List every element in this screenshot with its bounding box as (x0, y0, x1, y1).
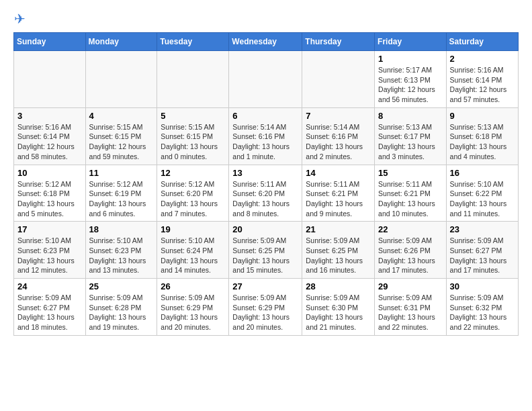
calendar-cell: 9Sunrise: 5:13 AM Sunset: 6:18 PM Daylig… (446, 107, 518, 165)
calendar-cell: 5Sunrise: 5:15 AM Sunset: 6:15 PM Daylig… (157, 107, 229, 165)
day-info: Sunrise: 5:09 AM Sunset: 6:27 PM Dayligh… (450, 236, 515, 275)
day-number: 5 (161, 111, 225, 121)
calendar-cell: 21Sunrise: 5:09 AM Sunset: 6:25 PM Dayli… (302, 222, 375, 279)
day-info: Sunrise: 5:09 AM Sunset: 6:26 PM Dayligh… (378, 236, 443, 275)
calendar-cell: 18Sunrise: 5:10 AM Sunset: 6:23 PM Dayli… (85, 222, 157, 279)
day-info: Sunrise: 5:10 AM Sunset: 6:23 PM Dayligh… (17, 236, 82, 275)
day-number: 17 (17, 224, 82, 234)
calendar-cell (14, 51, 86, 108)
day-number: 15 (378, 168, 443, 178)
day-info: Sunrise: 5:12 AM Sunset: 6:20 PM Dayligh… (161, 179, 225, 219)
calendar-cell: 19Sunrise: 5:10 AM Sunset: 6:24 PM Dayli… (157, 222, 229, 279)
calendar-cell: 8Sunrise: 5:13 AM Sunset: 6:17 PM Daylig… (375, 107, 447, 165)
calendar-cell: 30Sunrise: 5:09 AM Sunset: 6:32 PM Dayli… (446, 279, 518, 336)
day-number: 20 (232, 224, 298, 234)
day-info: Sunrise: 5:14 AM Sunset: 6:16 PM Dayligh… (232, 122, 298, 162)
day-info: Sunrise: 5:15 AM Sunset: 6:15 PM Dayligh… (161, 122, 225, 162)
calendar-cell: 1Sunrise: 5:17 AM Sunset: 6:13 PM Daylig… (375, 51, 447, 108)
day-number: 3 (17, 111, 82, 121)
calendar-cell: 12Sunrise: 5:12 AM Sunset: 6:20 PM Dayli… (157, 165, 229, 222)
day-number: 18 (89, 224, 154, 234)
calendar-cell (302, 51, 375, 108)
day-info: Sunrise: 5:09 AM Sunset: 6:25 PM Dayligh… (232, 236, 298, 275)
calendar-cell: 16Sunrise: 5:10 AM Sunset: 6:22 PM Dayli… (446, 165, 518, 222)
logo-bird-icon: ✈ (14, 11, 26, 27)
calendar-cell: 10Sunrise: 5:12 AM Sunset: 6:18 PM Dayli… (14, 165, 86, 222)
weekday-header-thursday: Thursday (302, 33, 375, 51)
day-number: 30 (450, 281, 515, 291)
day-number: 12 (161, 168, 225, 178)
day-number: 9 (450, 111, 515, 121)
day-info: Sunrise: 5:13 AM Sunset: 6:18 PM Dayligh… (450, 122, 515, 162)
day-info: Sunrise: 5:09 AM Sunset: 6:29 PM Dayligh… (232, 293, 298, 332)
day-number: 19 (161, 224, 225, 234)
day-info: Sunrise: 5:14 AM Sunset: 6:16 PM Dayligh… (306, 122, 371, 162)
calendar-cell: 23Sunrise: 5:09 AM Sunset: 6:27 PM Dayli… (446, 222, 518, 279)
day-number: 16 (450, 168, 515, 178)
calendar-cell: 28Sunrise: 5:09 AM Sunset: 6:30 PM Dayli… (302, 279, 375, 336)
calendar-cell: 2Sunrise: 5:16 AM Sunset: 6:14 PM Daylig… (446, 51, 518, 108)
day-info: Sunrise: 5:10 AM Sunset: 6:22 PM Dayligh… (450, 179, 515, 219)
calendar-table: SundayMondayTuesdayWednesdayThursdayFrid… (13, 32, 519, 336)
calendar-cell (85, 51, 157, 108)
calendar-cell (229, 51, 302, 108)
day-number: 24 (17, 281, 82, 291)
day-info: Sunrise: 5:12 AM Sunset: 6:19 PM Dayligh… (89, 179, 154, 219)
day-number: 22 (378, 224, 443, 234)
weekday-header-monday: Monday (85, 33, 157, 51)
day-info: Sunrise: 5:09 AM Sunset: 6:27 PM Dayligh… (17, 293, 82, 332)
weekday-header-friday: Friday (375, 33, 447, 51)
weekday-header-sunday: Sunday (14, 33, 86, 51)
day-number: 25 (89, 281, 154, 291)
day-info: Sunrise: 5:11 AM Sunset: 6:21 PM Dayligh… (306, 179, 371, 219)
calendar-cell: 29Sunrise: 5:09 AM Sunset: 6:31 PM Dayli… (375, 279, 447, 336)
day-number: 8 (378, 111, 443, 121)
day-number: 27 (232, 281, 298, 291)
calendar-cell: 13Sunrise: 5:11 AM Sunset: 6:20 PM Dayli… (229, 165, 302, 222)
calendar-cell: 6Sunrise: 5:14 AM Sunset: 6:16 PM Daylig… (229, 107, 302, 165)
day-info: Sunrise: 5:09 AM Sunset: 6:28 PM Dayligh… (89, 293, 154, 332)
calendar-cell: 20Sunrise: 5:09 AM Sunset: 6:25 PM Dayli… (229, 222, 302, 279)
calendar-cell: 3Sunrise: 5:16 AM Sunset: 6:14 PM Daylig… (14, 107, 86, 165)
day-info: Sunrise: 5:09 AM Sunset: 6:31 PM Dayligh… (378, 293, 443, 332)
calendar-cell: 22Sunrise: 5:09 AM Sunset: 6:26 PM Dayli… (375, 222, 447, 279)
day-number: 6 (232, 111, 298, 121)
calendar-cell: 25Sunrise: 5:09 AM Sunset: 6:28 PM Dayli… (85, 279, 157, 336)
day-info: Sunrise: 5:17 AM Sunset: 6:13 PM Dayligh… (378, 65, 443, 105)
day-number: 23 (450, 224, 515, 234)
day-number: 21 (306, 224, 371, 234)
calendar-cell: 17Sunrise: 5:10 AM Sunset: 6:23 PM Dayli… (14, 222, 86, 279)
day-number: 2 (450, 54, 515, 64)
day-number: 14 (306, 168, 371, 178)
day-number: 1 (378, 54, 443, 64)
day-info: Sunrise: 5:10 AM Sunset: 6:24 PM Dayligh… (161, 236, 225, 275)
day-number: 10 (17, 168, 82, 178)
day-info: Sunrise: 5:09 AM Sunset: 6:30 PM Dayligh… (306, 293, 371, 332)
day-info: Sunrise: 5:16 AM Sunset: 6:14 PM Dayligh… (450, 65, 515, 105)
day-number: 7 (306, 111, 371, 121)
calendar-cell: 4Sunrise: 5:15 AM Sunset: 6:15 PM Daylig… (85, 107, 157, 165)
calendar-cell: 24Sunrise: 5:09 AM Sunset: 6:27 PM Dayli… (14, 279, 86, 336)
calendar-cell: 27Sunrise: 5:09 AM Sunset: 6:29 PM Dayli… (229, 279, 302, 336)
logo: ✈ (13, 11, 26, 27)
calendar-cell: 7Sunrise: 5:14 AM Sunset: 6:16 PM Daylig… (302, 107, 375, 165)
day-info: Sunrise: 5:13 AM Sunset: 6:17 PM Dayligh… (378, 122, 443, 162)
calendar-cell: 14Sunrise: 5:11 AM Sunset: 6:21 PM Dayli… (302, 165, 375, 222)
day-info: Sunrise: 5:12 AM Sunset: 6:18 PM Dayligh… (17, 179, 82, 219)
day-info: Sunrise: 5:15 AM Sunset: 6:15 PM Dayligh… (89, 122, 154, 162)
day-number: 28 (306, 281, 371, 291)
day-number: 26 (161, 281, 225, 291)
day-info: Sunrise: 5:09 AM Sunset: 6:32 PM Dayligh… (450, 293, 515, 332)
calendar-cell: 15Sunrise: 5:11 AM Sunset: 6:21 PM Dayli… (375, 165, 447, 222)
day-info: Sunrise: 5:09 AM Sunset: 6:29 PM Dayligh… (161, 293, 225, 332)
day-number: 29 (378, 281, 443, 291)
day-number: 4 (89, 111, 154, 121)
day-info: Sunrise: 5:11 AM Sunset: 6:21 PM Dayligh… (378, 179, 443, 219)
day-info: Sunrise: 5:11 AM Sunset: 6:20 PM Dayligh… (232, 179, 298, 219)
calendar-cell (157, 51, 229, 108)
day-number: 11 (89, 168, 154, 178)
weekday-header-wednesday: Wednesday (229, 33, 302, 51)
weekday-header-saturday: Saturday (446, 33, 518, 51)
day-info: Sunrise: 5:09 AM Sunset: 6:25 PM Dayligh… (306, 236, 371, 275)
day-number: 13 (232, 168, 298, 178)
